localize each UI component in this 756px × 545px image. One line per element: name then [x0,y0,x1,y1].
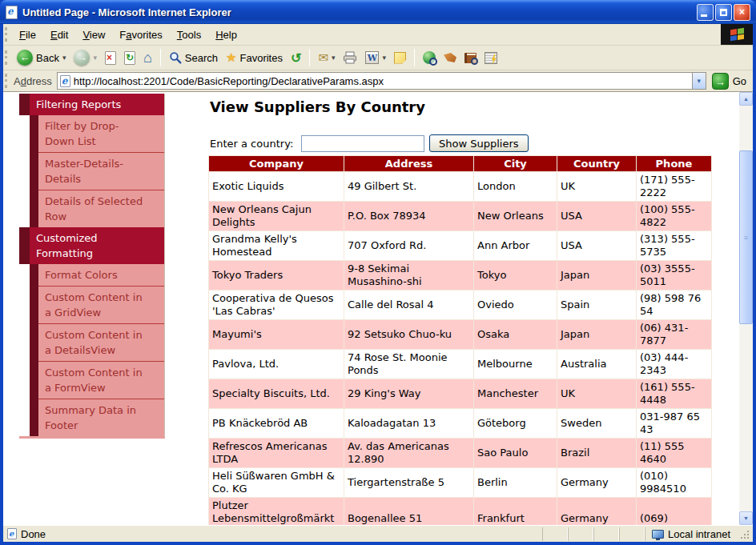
table-cell: USA [557,202,637,231]
mail-icon: ✉ [318,50,328,65]
sidebar: Filtering ReportsFilter by Drop-Down Lis… [19,94,165,439]
go-button[interactable]: → Go [712,73,746,90]
back-dropdown-icon: ▾ [62,54,66,62]
sidebar-item-custom-content-in-a-formview[interactable]: Custom Content in a FormView [38,361,164,399]
sidebar-item-format-colors[interactable]: Format Colors [38,264,164,286]
sidebar-header-customized-formatting[interactable]: Customized Formatting [19,227,164,264]
edit-with-word-button[interactable]: W ▾ [362,50,389,66]
address-combo[interactable]: e http://localhost:2201/Code/BasicReport… [57,72,706,90]
table-cell: Specialty Biscuits, Ltd. [209,379,344,409]
addressbar-grip[interactable] [5,74,9,88]
suppliers-table-header-row: CompanyAddressCityCountryPhone [209,156,712,172]
resize-grip[interactable] [740,527,751,541]
suppliers-table-body: Exotic Liquids49 Gilbert St.LondonUK(171… [209,172,712,526]
forward-button[interactable]: → ▾ [70,48,100,67]
reference-tool-button[interactable] [461,51,480,65]
country-form: Enter a country: Show Suppliers [210,134,529,152]
vertical-scrollbar[interactable]: ▲ ≡ ▼ [739,92,753,525]
table-cell: Sao Paulo [474,439,557,468]
table-row: Specialty Biscuits, Ltd.29 King's WayMan… [209,379,712,409]
country-input[interactable] [301,135,424,152]
table-cell: Tiergartenstraße 5 [344,468,474,498]
table-row: Heli Süßwaren GmbH & Co. KGTiergartenstr… [209,468,712,498]
country-label: Enter a country: [210,138,301,150]
page-content: Filtering ReportsFilter by Drop-Down Lis… [3,92,739,525]
favorites-button[interactable]: ★ Favorites [223,49,286,66]
ie-app-icon: e [6,6,18,19]
close-button[interactable]: × [734,4,750,21]
menu-item-view[interactable]: View [75,25,112,45]
status-panel [568,527,593,541]
table-cell: Oviedo [474,291,557,320]
status-panels [542,527,645,541]
messenger-button[interactable] [391,50,409,66]
minimize-button[interactable] [697,4,714,21]
back-label: Back [36,52,59,64]
scrollbar-thumb[interactable]: ≡ [739,150,753,324]
sidebar-header-accent [19,94,30,115]
title-bar[interactable]: e Untitled Page - Microsoft Internet Exp… [0,0,756,24]
home-button[interactable]: ⌂ [140,49,155,66]
table-cell: (06) 431-7877 [637,320,712,350]
go-label: Go [733,75,746,87]
lightning-icon [490,54,497,65]
table-row: Tokyo Traders9-8 Sekimai Musashino-shiTo… [209,261,712,291]
status-bar: e Done Local intranet [3,525,753,542]
sidebar-item-custom-content-in-a-detailsview[interactable]: Custom Content in a DetailsView [38,323,164,361]
stop-icon: × [105,51,116,65]
table-cell: UK [557,379,637,409]
address-dropdown-button[interactable]: ▾ [692,73,706,89]
menu-item-favorites[interactable]: Favorites [112,25,169,45]
table-cell: (03) 3555-5011 [637,261,712,291]
table-cell: Göteborg [474,409,557,439]
sidebar-item-filter-by-drop-down-list[interactable]: Filter by Drop-Down List [38,115,164,152]
go-arrow-icon: → [712,73,729,90]
table-row: Plutzer LebensmittelgroßmärkteBogenallee… [209,498,712,526]
sidebar-item-master-details-details[interactable]: Master-Details-Details [38,152,164,190]
table-cell: USA [557,231,637,261]
forward-icon: → [74,50,90,66]
scroll-up-button[interactable]: ▲ [739,92,753,106]
menu-item-edit[interactable]: Edit [43,25,75,45]
sidebar-item-details-of-selected-row[interactable]: Details of Selected Row [38,190,164,227]
developer-tool-button[interactable] [481,50,501,66]
print-button[interactable] [340,50,360,66]
table-cell: (11) 555 4640 [637,439,712,468]
stop-button[interactable]: × [102,50,119,66]
table-cell: Grandma Kelly's Homestead [209,231,344,261]
menu-item-help[interactable]: Help [208,25,244,45]
back-button[interactable]: ← Back ▾ [14,48,69,67]
table-cell: Mayumi's [209,320,344,350]
table-cell: Manchester [474,379,557,409]
toolbar-grip[interactable] [5,50,9,65]
home-icon: ⌂ [143,50,152,65]
show-suppliers-button[interactable]: Show Suppliers [429,134,529,152]
sidebar-header-filtering-reports[interactable]: Filtering Reports [19,94,164,115]
minimize-icon [701,14,707,17]
scroll-down-button[interactable]: ▼ [739,511,753,525]
table-cell: P.O. Box 78934 [344,202,474,231]
sidebar-gap [19,264,30,436]
menu-item-tools[interactable]: Tools [170,25,208,45]
mail-button[interactable]: ✉ ▾ [315,49,338,66]
column-header-company: Company [209,156,344,172]
research-tool-button[interactable] [440,51,460,64]
table-cell: (98) 598 76 54 [637,291,712,320]
menubar-grip[interactable] [5,27,9,42]
sidebar-item-summary-data-in-footer[interactable]: Summary Data in Footer [38,399,164,436]
sidebar-item-custom-content-in-a-gridview[interactable]: Custom Content in a GridView [38,286,164,323]
column-header-country: Country [557,156,637,172]
web-search-tool-button[interactable] [420,50,439,66]
search-button[interactable]: Search [166,50,221,66]
table-cell: 29 King's Way [344,379,474,409]
maximize-button[interactable] [715,4,732,21]
url-text[interactable]: http://localhost:2201/Code/BasicReportin… [74,75,689,87]
table-cell: Frankfurt [474,498,557,526]
status-text: Done [21,528,46,540]
refresh-button[interactable]: ↻ [121,50,139,66]
history-button[interactable]: ↺ [288,49,304,67]
menu-item-file[interactable]: File [12,25,43,45]
suppliers-table: CompanyAddressCityCountryPhone Exotic Li… [208,155,712,525]
window-controls: × [697,4,750,21]
window-title: Untitled Page - Microsoft Internet Explo… [22,6,692,18]
